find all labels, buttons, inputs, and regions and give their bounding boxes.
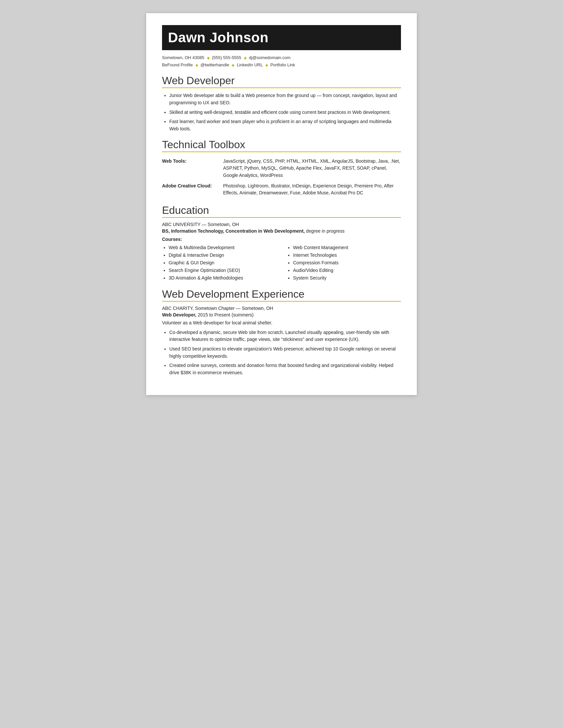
exp-bullet-3: Created online surveys, contests and don… <box>169 362 401 376</box>
courses-list-1: Web & Multimedia Development Digital & I… <box>169 244 277 282</box>
tagline-divider <box>162 87 401 88</box>
courses-label: Courses: <box>162 237 401 242</box>
courses-col-1: Web & Multimedia Development Digital & I… <box>162 244 277 282</box>
tagline-bullet-1: Junior Web developer able to build a Web… <box>169 92 401 106</box>
course-1-2: Digital & Interactive Design <box>169 251 277 259</box>
toolbox-value-adobe: Photoshop, Lightroom, Illustrator, InDes… <box>223 181 401 198</box>
exp-role-bold: Web Developer, <box>162 312 196 317</box>
toolbox-title: Technical Toolbox <box>162 139 401 151</box>
course-1-3: Graphic & GUI Design <box>169 259 277 267</box>
courses-columns: Web & Multimedia Development Digital & I… <box>162 244 401 282</box>
exp-role: Web Developer, 2015 to Present (summers) <box>162 312 401 318</box>
education-degree-rest: degree in progress <box>305 228 345 234</box>
tagline-bullet-3: Fast learner, hard worker and team playe… <box>169 118 401 132</box>
diamond-4: ◆ <box>232 63 234 67</box>
contact-twitter: @twitterhandle <box>200 62 229 67</box>
candidate-name: Dawn Johnson <box>168 30 395 46</box>
contact-email: dj@somedomain.com <box>249 55 290 60</box>
experience-title: Web Development Experience <box>162 288 401 300</box>
contact-befound: BeFound Profile <box>162 62 193 67</box>
exp-bullets: Co-developed a dynamic, secure Web site … <box>169 329 401 377</box>
tagline-title: Web Developer <box>162 75 401 87</box>
courses-col-2: Web Content Management Internet Technolo… <box>286 244 401 282</box>
contact-linkedin: LinkedIn URL <box>237 62 263 67</box>
exp-role-rest: 2015 to Present (summers) <box>196 312 254 317</box>
experience-divider <box>162 301 401 302</box>
education-school: ABC UNIVERSITY — Sometown, OH <box>162 222 401 227</box>
courses-list-2: Web Content Management Internet Technolo… <box>293 244 401 282</box>
diamond-5: ◆ <box>265 63 268 67</box>
diamond-3: ◆ <box>195 63 198 67</box>
education-title: Education <box>162 204 401 216</box>
diamond-1: ◆ <box>207 56 210 60</box>
exp-description: Volunteer as a Web developer for local a… <box>162 319 401 326</box>
tagline-bullet-2: Skilled at writing well-designed, testab… <box>169 109 401 116</box>
course-1-5: 3D Animation & Agile Methodologies <box>169 274 277 282</box>
course-1-4: Search Engine Optimization (SEO) <box>169 267 277 274</box>
contact-city: Sometown, OH 43085 <box>162 55 204 60</box>
resume-page: Dawn Johnson Sometown, OH 43085 ◆ (555) … <box>146 13 417 395</box>
exp-bullet-1: Co-developed a dynamic, secure Web site … <box>169 329 401 343</box>
contact-portfolio: Portfolio Link <box>270 62 295 67</box>
toolbox-row-adobe: Adobe Creative Cloud: Photoshop, Lightro… <box>162 181 401 198</box>
course-2-4: Audio/Video Editing <box>293 267 401 274</box>
toolbox-table: Web Tools: JavaScript, jQuery, CSS, PHP,… <box>162 156 401 198</box>
education-degree-bold: BS, Information Technology, Concentratio… <box>162 228 305 234</box>
exp-bullet-2: Used SEO best practices to elevate organ… <box>169 346 401 360</box>
course-2-1: Web Content Management <box>293 244 401 251</box>
course-2-5: System Security <box>293 274 401 282</box>
name-header: Dawn Johnson <box>162 25 401 50</box>
contact-info: Sometown, OH 43085 ◆ (555) 555-5555 ◆ dj… <box>162 54 401 69</box>
toolbox-row-webtools: Web Tools: JavaScript, jQuery, CSS, PHP,… <box>162 156 401 181</box>
diamond-2: ◆ <box>244 56 247 60</box>
toolbox-label-webtools: Web Tools: <box>162 156 223 181</box>
toolbox-divider <box>162 151 401 152</box>
course-1-1: Web & Multimedia Development <box>169 244 277 251</box>
course-2-3: Compression Formats <box>293 259 401 267</box>
contact-phone: (555) 555-5555 <box>212 55 241 60</box>
tagline-bullets: Junior Web developer able to build a Web… <box>169 92 401 132</box>
toolbox-label-adobe: Adobe Creative Cloud: <box>162 181 223 198</box>
education-divider <box>162 217 401 218</box>
contact-line-2: BeFound Profile ◆ @twitterhandle ◆ Linke… <box>162 61 401 69</box>
contact-line-1: Sometown, OH 43085 ◆ (555) 555-5555 ◆ dj… <box>162 54 401 61</box>
course-2-2: Internet Technologies <box>293 251 401 259</box>
toolbox-value-webtools: JavaScript, jQuery, CSS, PHP, HTML, XHTM… <box>223 156 401 181</box>
education-degree: BS, Information Technology, Concentratio… <box>162 228 401 235</box>
exp-employer: ABC CHARITY, Sometown Chapter — Sometown… <box>162 306 401 311</box>
